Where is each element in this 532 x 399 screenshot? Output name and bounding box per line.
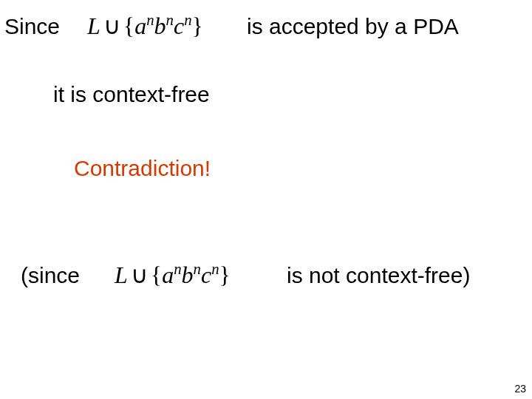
- line-since-paren: (since: [21, 262, 80, 289]
- math2-c: c: [201, 262, 211, 288]
- text-accepted-by-pda: is accepted by a PDA: [247, 13, 459, 40]
- math-a: a: [134, 13, 146, 39]
- math-L: L: [87, 13, 100, 39]
- math2-open-brace: {: [151, 262, 162, 288]
- math-union: ∪: [100, 13, 123, 39]
- math-n1: n: [146, 11, 154, 28]
- math-expression-1: L∪{anbncn}: [87, 11, 203, 40]
- math2-n3: n: [211, 260, 219, 277]
- math2-L: L: [115, 262, 128, 288]
- text-not-context-free: is not context-free): [287, 262, 470, 289]
- line-context-free: it is context-free: [53, 81, 210, 108]
- line-contradiction: Contradiction!: [74, 155, 211, 182]
- math2-b: b: [182, 262, 194, 288]
- text-contradiction: Contradiction!: [74, 156, 211, 180]
- math-b: b: [154, 13, 166, 39]
- line-since: Since: [4, 13, 60, 40]
- page-number-value: 23: [514, 383, 526, 395]
- math-close-brace: }: [192, 13, 203, 39]
- math-n2: n: [166, 11, 174, 28]
- math-c: c: [174, 13, 184, 39]
- math2-n2: n: [194, 260, 201, 277]
- math2-a: a: [162, 262, 174, 288]
- math-n3: n: [184, 11, 191, 28]
- math-open-brace: {: [123, 13, 134, 39]
- text-since: Since: [4, 14, 60, 38]
- slide: Since L∪{anbncn} is accepted by a PDA it…: [0, 0, 532, 399]
- text-is-not-cf: is not context-free): [287, 263, 470, 287]
- page-number: 23: [514, 383, 526, 395]
- math2-union: ∪: [128, 262, 151, 288]
- math-expression-2: L∪{anbncn}: [115, 260, 231, 289]
- math2-close-brace: }: [219, 262, 231, 288]
- text-accepted: is accepted by a PDA: [247, 14, 459, 38]
- math2-n1: n: [174, 260, 181, 277]
- text-open-paren-since: (since: [21, 263, 80, 287]
- text-it-is-context-free: it is context-free: [53, 82, 210, 106]
